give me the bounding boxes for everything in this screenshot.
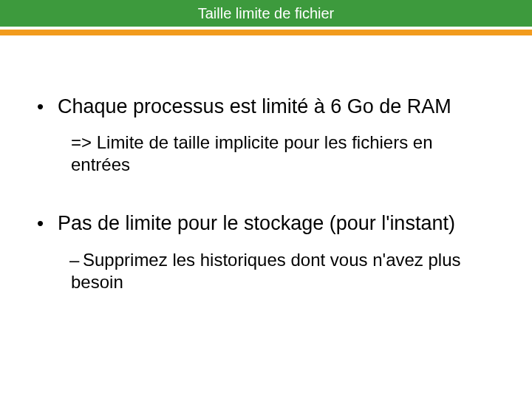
bullet-list: • Chaque processus est limité à 6 Go de … xyxy=(37,95,495,293)
accent-bar xyxy=(0,30,532,35)
bullet-text: Chaque processus est limité à 6 Go de RA… xyxy=(58,95,451,118)
list-item: • Pas de limite pour le stockage (pour l… xyxy=(37,211,495,293)
sub-item: => Limite de taille implicite pour les f… xyxy=(71,132,485,176)
bullet-text: Pas de limite pour le stockage (pour l'i… xyxy=(58,211,455,235)
dash-icon: – xyxy=(69,249,83,271)
bullet-row: • Chaque processus est limité à 6 Go de … xyxy=(37,95,495,118)
list-item: • Chaque processus est limité à 6 Go de … xyxy=(37,95,495,176)
title-bar: Taille limite de fichier xyxy=(0,0,532,27)
bullet-dot-icon: • xyxy=(37,97,58,116)
bullet-row: • Pas de limite pour le stockage (pour l… xyxy=(37,211,495,235)
bullet-dot-icon: • xyxy=(37,214,58,233)
slide-title: Taille limite de fichier xyxy=(198,5,335,22)
sub-item: –Supprimez les historiques dont vous n'a… xyxy=(71,249,485,293)
content-area: • Chaque processus est limité à 6 Go de … xyxy=(0,35,532,358)
sub-item-text: Supprimez les historiques dont vous n'av… xyxy=(71,250,461,292)
slide: Taille limite de fichier • Chaque proces… xyxy=(0,0,532,399)
